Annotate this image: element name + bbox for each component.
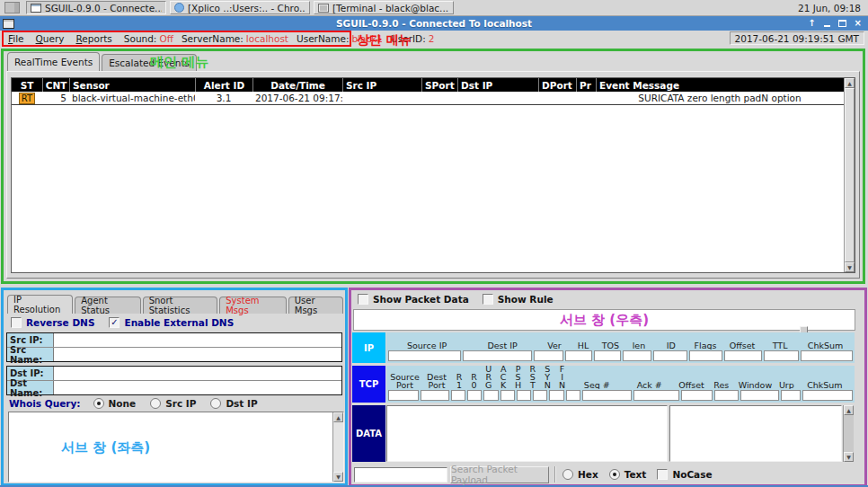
packet-field-value[interactable] bbox=[764, 350, 799, 361]
column-header[interactable]: SPort bbox=[421, 78, 457, 92]
payload-text-view[interactable] bbox=[669, 405, 842, 462]
field-value[interactable] bbox=[54, 367, 341, 380]
radio-whois-dst-ip[interactable]: Dst IP bbox=[210, 398, 257, 409]
packet-field-value[interactable] bbox=[451, 390, 465, 401]
radio-search-hex[interactable]: Hex bbox=[562, 469, 598, 480]
packet-field-value[interactable] bbox=[533, 390, 547, 401]
packet-field-value[interactable] bbox=[802, 390, 853, 401]
status-sound: Sound:Off bbox=[124, 33, 173, 44]
event-row[interactable]: RT5black-virtual-machine-eth03.12017-06-… bbox=[12, 92, 844, 105]
tab-agent-status[interactable]: Agent Status bbox=[75, 297, 140, 314]
packet-field-value[interactable] bbox=[623, 350, 651, 361]
scroll-up-icon[interactable]: ▲ bbox=[333, 412, 343, 422]
left-panel-scrollbar[interactable]: ▲ ▼ bbox=[332, 412, 343, 482]
column-header[interactable]: Sensor bbox=[69, 78, 195, 92]
close-window-icon[interactable]: × bbox=[855, 16, 862, 31]
checkbox-nocase-label: NoCase bbox=[672, 469, 712, 480]
column-header[interactable]: CNT bbox=[42, 78, 69, 92]
packet-field-value[interactable] bbox=[534, 350, 563, 361]
taskbar-window-button[interactable]: [Xplico ..:Users:.. - Chro... bbox=[170, 1, 310, 14]
checkbox-nocase[interactable]: NoCase bbox=[657, 469, 712, 480]
packet-field-value[interactable] bbox=[801, 350, 853, 361]
taskbar-window-button[interactable]: SGUIL-0.9.0 - Connecte... bbox=[26, 1, 166, 14]
packet-field-value[interactable] bbox=[549, 390, 563, 401]
packet-field-value[interactable] bbox=[565, 350, 592, 361]
packet-field-value[interactable] bbox=[781, 390, 801, 401]
packet-field-value[interactable] bbox=[500, 390, 515, 401]
nocase-container: NoCase bbox=[657, 469, 722, 480]
checkbox-enable-external-dns[interactable]: ✓Enable External DNS bbox=[109, 317, 234, 328]
tab-realtime-events[interactable]: RealTime Events bbox=[7, 52, 100, 71]
packet-field-value[interactable] bbox=[517, 390, 531, 401]
radio-search-text[interactable]: Text bbox=[609, 469, 647, 480]
packet-field-value[interactable] bbox=[483, 390, 498, 401]
packet-field-header: Window bbox=[734, 381, 776, 389]
event-cell: 5 bbox=[42, 93, 69, 103]
titlebar[interactable]: SGUIL-0.9.0 - Connected To localhost ↑× bbox=[0, 16, 868, 31]
packet-field-value[interactable] bbox=[582, 390, 632, 401]
tab-ip-resolution[interactable]: IP Resolution bbox=[7, 295, 73, 314]
checkbox-reverse-dns[interactable]: Reverse DNS bbox=[11, 317, 94, 328]
resolution-output-area[interactable]: 서브 창 (좌측) ▲ ▼ bbox=[8, 412, 344, 483]
column-header[interactable]: ST bbox=[12, 78, 42, 92]
desktop-pager-icon[interactable] bbox=[4, 2, 20, 13]
tcp-input-row bbox=[386, 389, 855, 403]
scroll-down-icon[interactable]: ▼ bbox=[333, 472, 343, 482]
packet-field-value[interactable] bbox=[681, 390, 713, 401]
shade-window-icon[interactable]: ↑ bbox=[808, 16, 815, 31]
events-scrollbar[interactable]: ▲ ▼ bbox=[844, 78, 855, 272]
packet-field-value[interactable] bbox=[633, 390, 679, 401]
packet-checkboxes: Show Packet DataShow Rule bbox=[358, 294, 554, 305]
payload-hex-view[interactable] bbox=[386, 405, 668, 462]
packet-field-value[interactable] bbox=[594, 350, 621, 361]
scroll-down-icon[interactable]: ▼ bbox=[844, 452, 854, 462]
packet-field-value[interactable] bbox=[467, 390, 482, 401]
radio-whois-src-ip[interactable]: Src IP bbox=[150, 398, 196, 409]
checkbox-show-rule[interactable]: Show Rule bbox=[483, 294, 554, 305]
packet-field-value[interactable] bbox=[463, 350, 532, 361]
maximize-window-icon[interactable] bbox=[838, 16, 846, 31]
column-header[interactable]: Event Message bbox=[596, 78, 844, 92]
scroll-down-icon[interactable]: ▼ bbox=[845, 262, 855, 272]
tab-system-msgs[interactable]: System Msgs bbox=[219, 297, 287, 314]
column-header[interactable]: Date/Time bbox=[252, 78, 342, 92]
search-packet-payload-button[interactable]: Search Packet Payload bbox=[450, 466, 549, 483]
menu-items: FileQueryReports bbox=[8, 33, 124, 44]
taskbar-window-button[interactable]: [Terminal - black@blac... bbox=[314, 1, 454, 14]
packet-field-value[interactable] bbox=[388, 390, 419, 401]
menu-file[interactable]: File bbox=[8, 33, 24, 44]
minimize-window-icon[interactable] bbox=[824, 16, 830, 31]
column-header[interactable]: Pr bbox=[576, 78, 596, 92]
column-header[interactable]: Alert ID bbox=[195, 78, 252, 92]
radio-whois-dst-ip-label: Dst IP bbox=[226, 398, 257, 409]
ip-section-label: IP bbox=[352, 332, 385, 363]
menu-reports[interactable]: Reports bbox=[76, 33, 112, 44]
packet-field-value[interactable] bbox=[714, 390, 739, 401]
tab-user-msgs[interactable]: User Msgs bbox=[288, 297, 343, 314]
tab-snort-statistics[interactable]: Snort Statistics bbox=[143, 297, 218, 314]
packet-field-value[interactable] bbox=[421, 390, 449, 401]
packet-field-value[interactable] bbox=[740, 390, 779, 401]
column-header[interactable]: DPort bbox=[538, 78, 576, 92]
payload-search-input[interactable] bbox=[354, 467, 447, 483]
packet-field-value[interactable] bbox=[653, 350, 687, 361]
field-value[interactable] bbox=[54, 333, 341, 347]
column-header[interactable]: Dst IP bbox=[457, 78, 538, 92]
packet-field-value[interactable] bbox=[689, 350, 722, 361]
scroll-up-icon[interactable]: ▲ bbox=[844, 405, 854, 415]
status-value: Off bbox=[159, 33, 173, 44]
field-value[interactable] bbox=[54, 381, 341, 394]
column-header[interactable]: Src IP bbox=[342, 78, 421, 92]
payload-scrollbar[interactable]: ▲ ▼ bbox=[843, 405, 854, 462]
field-value[interactable] bbox=[54, 348, 341, 361]
radio-whois-none[interactable]: None bbox=[93, 398, 137, 409]
scrollbar-thumb[interactable] bbox=[845, 88, 855, 262]
packet-field-value[interactable] bbox=[388, 350, 461, 361]
packet-field-value[interactable] bbox=[724, 350, 763, 361]
scroll-up-icon[interactable]: ▲ bbox=[845, 78, 855, 88]
tab-escalated-events[interactable]: Escalated Events bbox=[102, 54, 197, 71]
menu-query[interactable]: Query bbox=[36, 33, 65, 44]
events-table-header: STCNTSensorAlert IDDate/TimeSrc IPSPortD… bbox=[12, 78, 844, 92]
checkbox-show-packet-data[interactable]: Show Packet Data bbox=[358, 294, 469, 305]
packet-field-value[interactable] bbox=[566, 390, 580, 401]
